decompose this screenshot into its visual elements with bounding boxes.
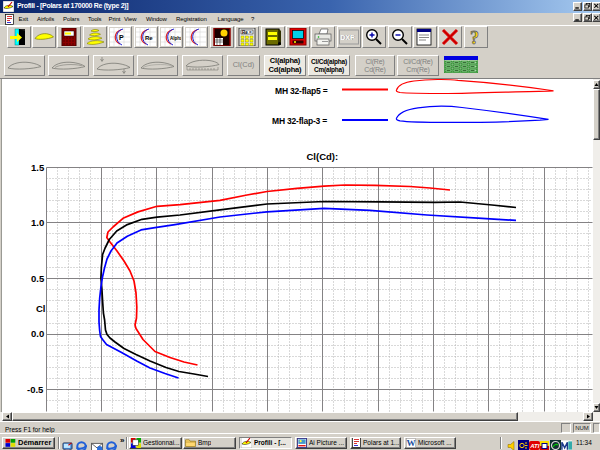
svg-text:W: W xyxy=(406,438,415,448)
svg-text:Alpha: Alpha xyxy=(170,36,181,41)
svg-text:ATI: ATI xyxy=(529,443,540,449)
svg-text:Re: Re xyxy=(145,35,153,41)
svg-text:DXF: DXF xyxy=(340,34,355,41)
svg-text:?: ? xyxy=(470,28,479,46)
svg-text:Re =: Re = xyxy=(242,30,252,35)
svg-text:P: P xyxy=(119,34,124,41)
